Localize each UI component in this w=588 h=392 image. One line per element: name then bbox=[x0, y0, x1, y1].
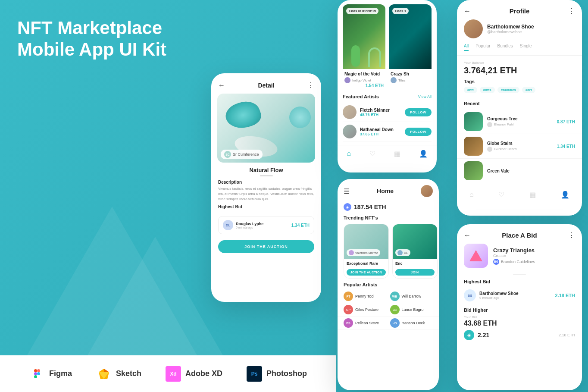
detail-title: Detail bbox=[258, 82, 274, 89]
xd-icon: Xd bbox=[166, 366, 181, 382]
nft-card-1: Ends in 01:28:19 Magic of the Void Indig… bbox=[343, 4, 385, 90]
nft-image-2: Ends 1 bbox=[389, 4, 432, 69]
popular-artist-name-3: Giles Posture bbox=[355, 307, 378, 312]
bid-higher-title: Bid Higher bbox=[457, 304, 582, 315]
nft-grid-container: Ends in 01:28:19 Magic of the Void Indig… bbox=[338, 0, 437, 90]
popular-artist-name-2: Will Barrow bbox=[402, 294, 422, 298]
bid-highest-name: Bartholomew Shoe bbox=[479, 291, 555, 296]
timer-badge-2: Ends 1 bbox=[392, 8, 409, 14]
eth-icon: ◈ bbox=[344, 203, 351, 211]
artist-eth-nathaneal: 37.65 ETH bbox=[360, 132, 405, 136]
bottom-nav: ⌂ ♡ ▦ 👤 bbox=[338, 145, 437, 162]
nav-home[interactable]: ⌂ bbox=[347, 150, 351, 158]
recent-artist-avatar-2 bbox=[487, 147, 492, 152]
recent-info-1: Gorgeous Tree Eleanor Fahl bbox=[487, 116, 557, 127]
bid-highest-time: 9 minute ago bbox=[479, 296, 555, 300]
title-line1: NFT Marketplace bbox=[17, 17, 166, 39]
bid-info: Douglas Lyphe 5 minute ago bbox=[236, 222, 291, 229]
bid-input-row: ◈ 2.21 2.18 ETH bbox=[457, 330, 582, 340]
sketch-icon bbox=[96, 366, 112, 382]
artist-badge: SC Sr Cumference bbox=[221, 150, 263, 159]
profile-user-name: Bartholomew Shoe bbox=[487, 24, 534, 30]
figma-icon bbox=[29, 366, 45, 382]
join-btn-1[interactable]: JOIN THE AUCTION bbox=[347, 269, 386, 276]
artist-avatar-sc: SC bbox=[224, 151, 231, 158]
hero-title: NFT Marketplace Mobile App UI Kit bbox=[17, 17, 166, 61]
popular-artists-list: PT Penny Tool WB Will Barrow GP Giles Po… bbox=[338, 290, 439, 330]
tag-nft[interactable]: #nft bbox=[464, 87, 477, 93]
more-button[interactable]: ⋮ bbox=[307, 81, 314, 89]
trending-artist-1: Valentino Morroe bbox=[355, 251, 378, 254]
artist-name-nathaneal: Nathaneal Down bbox=[360, 127, 405, 132]
artist-avatar-1 bbox=[344, 77, 350, 83]
tab-bundles[interactable]: Bundles bbox=[497, 44, 513, 51]
bid-creator-label: Creator bbox=[493, 254, 535, 258]
tab-single[interactable]: Single bbox=[520, 44, 532, 51]
menu-button[interactable]: ☰ bbox=[344, 187, 350, 195]
tab-all[interactable]: All bbox=[464, 44, 469, 51]
mini-avatar-2 bbox=[397, 250, 403, 255]
tab-popular[interactable]: Popular bbox=[475, 44, 490, 51]
recent-name-1: Gorgeous Tree bbox=[487, 116, 557, 121]
popular-artist-name-6: Hanson Deck bbox=[402, 321, 425, 325]
artist-col-6: HD Hanson Deck bbox=[390, 318, 433, 328]
bid-input-value[interactable]: 2.21 bbox=[478, 332, 489, 339]
profile-nav-home[interactable]: ⌂ bbox=[469, 191, 474, 199]
recent-artist-2: Gunther Beard bbox=[487, 147, 557, 152]
trending-card-bottom-1: Exceptional Rare JOIN THE AUCTION bbox=[344, 259, 388, 278]
view-all-link[interactable]: View All bbox=[418, 94, 432, 99]
artist-dot-2: WB bbox=[390, 292, 400, 301]
trending-badge-1: Valentino Morroe bbox=[347, 249, 380, 256]
nav-user[interactable]: 👤 bbox=[419, 150, 428, 158]
artist-eth-fletch: 48.76 ETH bbox=[360, 113, 405, 117]
recent-img-2 bbox=[464, 137, 483, 156]
follow-button-2[interactable]: FOLLOW bbox=[405, 128, 432, 136]
join-btn-2[interactable]: JOIN bbox=[395, 269, 435, 276]
tag-art[interactable]: #art bbox=[522, 87, 535, 93]
phone-profile: ← Profile ⋮ Bartholomew Shoe @bartholome… bbox=[457, 0, 582, 216]
follow-button-1[interactable]: FOLLOW bbox=[405, 108, 432, 116]
description-section: Description Vivamus facilisis, eros et s… bbox=[211, 180, 321, 204]
artist-info-fletch: Fletch Skinner 48.76 ETH bbox=[360, 108, 405, 117]
xd-label: Adobe XD bbox=[185, 369, 222, 378]
phone-marketplace: Ends in 01:28:19 Magic of the Void Indig… bbox=[338, 0, 437, 172]
description-title: Description bbox=[218, 180, 314, 185]
trending-card-bottom-2: Enc JOIN bbox=[393, 259, 437, 278]
back-button[interactable]: ← bbox=[218, 82, 225, 89]
bid-nft-details: Crazy Triangles Creator BG Brandon Guide… bbox=[493, 247, 535, 265]
popular-title: Popular Artists bbox=[338, 279, 439, 290]
tag-nfts[interactable]: #nfts bbox=[480, 87, 495, 93]
profile-nav-image[interactable]: ▦ bbox=[529, 191, 536, 199]
artist-name-1: Indigo Violet bbox=[352, 78, 371, 82]
recent-info-2: Globe Stairs Gunther Beard bbox=[487, 141, 557, 152]
timer-badge-1: Ends in 01:28:19 bbox=[346, 8, 378, 14]
nft-artist-1: Indigo Violet bbox=[344, 77, 384, 83]
bid-more-button[interactable]: ⋮ bbox=[568, 231, 575, 239]
profile-nav-heart[interactable]: ♡ bbox=[498, 191, 504, 199]
mini-avatar-1 bbox=[349, 250, 354, 255]
nav-heart[interactable]: ♡ bbox=[369, 150, 375, 158]
join-auction-button[interactable]: JOIN THE AUCTION bbox=[218, 240, 314, 253]
nft-card-2: Ends 1 Crazy Sh Tiles bbox=[389, 4, 432, 90]
profile-nav-user[interactable]: 👤 bbox=[561, 191, 569, 199]
artist-col-4: LB Lance Bogrol bbox=[390, 305, 433, 314]
featured-artist-1: Fletch Skinner 48.76 ETH FOLLOW bbox=[343, 103, 432, 122]
profile-more-button[interactable]: ⋮ bbox=[568, 7, 575, 15]
profile-back-button[interactable]: ← bbox=[464, 7, 471, 15]
balance-row: ◈ 187.54 ETH bbox=[338, 201, 439, 215]
profile-bottom-nav: ⌂ ♡ ▦ 👤 bbox=[457, 186, 582, 201]
highest-bid-section: Highest Bid bbox=[211, 204, 321, 213]
tag-bundles[interactable]: #bundles bbox=[497, 87, 519, 93]
trending-artist-2: DE bbox=[404, 251, 408, 254]
nav-image[interactable]: ▦ bbox=[394, 150, 400, 158]
artist-col-3: GP Giles Posture bbox=[344, 305, 387, 314]
recent-price-1: 0.87 ETH bbox=[557, 119, 575, 124]
artist-avatar-fletch bbox=[343, 105, 357, 119]
recent-info-3: Green Vale bbox=[487, 169, 575, 173]
artist-col-5: PS Pelican Steve bbox=[344, 318, 387, 328]
recent-price-2: 1.34 ETH bbox=[557, 144, 575, 149]
nft-title: Natural Flow bbox=[211, 163, 321, 175]
tool-photoshop: Ps Photoshop bbox=[247, 366, 307, 382]
home-title: Home bbox=[377, 188, 394, 194]
bid-back-button[interactable]: ← bbox=[464, 232, 471, 239]
